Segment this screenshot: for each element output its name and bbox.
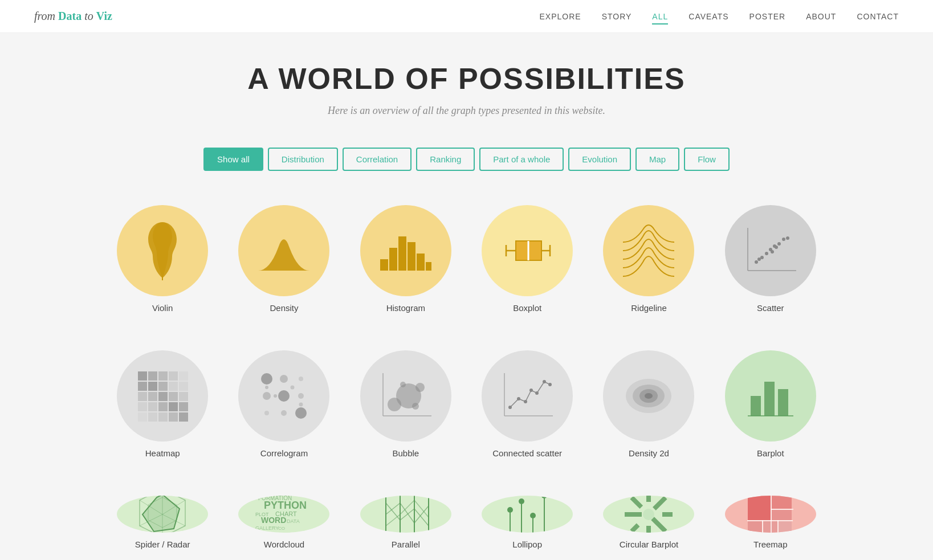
nav-explore[interactable]: EXPLORE (539, 12, 581, 21)
svg-rect-31 (138, 382, 147, 391)
chart-heatmap[interactable]: Heatmap (102, 345, 223, 467)
chart-treemap[interactable]: Treemap (710, 490, 831, 558)
chart-circular-barplot[interactable]: Circular Barplot (588, 490, 710, 558)
page-subtitle: Here is an overview of all the graph typ… (11, 105, 922, 117)
nav-story[interactable]: STORY (602, 12, 632, 21)
svg-rect-129 (748, 496, 771, 520)
filter-ranking[interactable]: Ranking (416, 148, 475, 171)
parallel-label: Parallel (392, 539, 420, 549)
svg-point-76 (529, 389, 533, 392)
svg-point-75 (524, 400, 527, 403)
chart-density[interactable]: Density (223, 199, 345, 322)
density2d-label: Density 2d (629, 448, 669, 458)
filter-distribution[interactable]: Distribution (268, 148, 338, 171)
bubble-icon (360, 350, 451, 442)
svg-point-117 (530, 513, 536, 518)
svg-rect-28 (158, 371, 168, 381)
histogram-icon (360, 205, 451, 296)
chart-barplot[interactable]: Barplot (710, 345, 831, 467)
svg-rect-47 (148, 412, 157, 422)
chart-scatter[interactable]: Scatter (710, 199, 831, 322)
boxplot-icon (482, 205, 573, 296)
chart-boxplot[interactable]: Boxplot (466, 199, 588, 322)
chart-lollipop[interactable]: Lollipop (466, 490, 588, 558)
chart-density2d[interactable]: Density 2d (588, 345, 710, 467)
nav-menu: EXPLORE STORY ALL CAVEATS POSTER ABOUT C… (539, 11, 899, 22)
svg-point-22 (786, 236, 789, 240)
chart-connected-scatter[interactable]: Connected scatter (466, 345, 588, 467)
svg-rect-50 (179, 412, 188, 422)
filter-bar: Show all Distribution Correlation Rankin… (0, 134, 933, 188)
svg-rect-43 (158, 402, 168, 411)
filter-flow[interactable]: Flow (684, 148, 730, 171)
svg-rect-46 (138, 412, 147, 422)
nav-about[interactable]: ABOUT (806, 12, 836, 21)
svg-point-69 (400, 382, 406, 387)
svg-rect-41 (138, 402, 147, 411)
chart-grid-row1: Violin Density Histogram (68, 188, 866, 333)
filter-part-of-whole[interactable]: Part of a whole (479, 148, 564, 171)
filter-evolution[interactable]: Evolution (568, 148, 631, 171)
correlogram-icon (238, 350, 329, 442)
scatter-icon (725, 205, 816, 296)
chart-correlogram[interactable]: Correlogram (223, 345, 345, 467)
svg-rect-44 (169, 402, 178, 411)
svg-rect-3 (398, 236, 406, 271)
chart-histogram[interactable]: Histogram (345, 199, 466, 322)
wordcloud-icon: PYTHON FORMATION MAP PLOT CHART WORD DAT… (238, 496, 329, 533)
svg-rect-32 (148, 382, 157, 391)
svg-point-21 (782, 238, 785, 241)
svg-point-74 (517, 397, 520, 400)
svg-point-24 (771, 250, 774, 254)
svg-rect-121 (653, 496, 667, 510)
svg-rect-127 (630, 496, 643, 509)
nav-caveats[interactable]: CAVEATS (688, 12, 728, 21)
svg-point-25 (775, 246, 778, 249)
svg-rect-6 (426, 262, 431, 271)
svg-text:CO: CO (278, 526, 285, 531)
chart-violin[interactable]: Violin (102, 199, 223, 322)
filter-correlation[interactable]: Correlation (343, 148, 412, 171)
svg-point-115 (519, 498, 524, 504)
nav-contact[interactable]: CONTACT (857, 12, 899, 21)
svg-point-67 (388, 398, 401, 411)
site-logo[interactable]: from Data to Viz (34, 10, 112, 23)
svg-point-78 (543, 380, 546, 383)
svg-point-54 (263, 392, 271, 400)
circular-barplot-icon (603, 496, 694, 533)
parallel-icon (360, 496, 451, 533)
svg-rect-138 (762, 520, 763, 533)
svg-point-53 (299, 377, 303, 381)
svg-point-83 (645, 393, 653, 399)
filter-show-all[interactable]: Show all (203, 148, 263, 171)
filter-map[interactable]: Map (635, 148, 679, 171)
svg-point-55 (278, 390, 290, 402)
nav-poster[interactable]: POSTER (749, 12, 786, 21)
chart-grid-row2: Heatmap Correlogram (68, 333, 866, 479)
nav-all[interactable]: ALL (652, 12, 668, 24)
svg-point-16 (760, 256, 764, 259)
ridgeline-label: Ridgeline (631, 303, 667, 313)
navigation: from Data to Viz EXPLORE STORY ALL CAVEA… (0, 0, 933, 33)
svg-point-17 (765, 252, 768, 255)
violin-icon (117, 205, 208, 296)
svg-point-56 (298, 393, 304, 399)
svg-point-51 (261, 373, 272, 385)
density-icon (238, 205, 329, 296)
svg-point-62 (291, 386, 295, 390)
connected-scatter-label: Connected scatter (492, 448, 562, 458)
svg-rect-33 (158, 382, 168, 391)
chart-ridgeline[interactable]: Ridgeline (588, 199, 710, 322)
svg-point-61 (274, 394, 277, 398)
chart-parallel[interactable]: Parallel (345, 490, 466, 558)
chart-spider[interactable]: Spider / Radar (102, 490, 223, 558)
chart-wordcloud[interactable]: PYTHON FORMATION MAP PLOT CHART WORD DAT… (223, 490, 345, 558)
svg-point-128 (643, 509, 654, 520)
svg-rect-48 (158, 412, 168, 422)
connected-scatter-icon (482, 350, 573, 442)
svg-rect-34 (169, 382, 178, 391)
svg-point-59 (295, 407, 307, 419)
chart-bubble[interactable]: Bubble (345, 345, 466, 467)
wordcloud-label: Wordcloud (264, 539, 304, 549)
svg-rect-84 (751, 396, 761, 416)
